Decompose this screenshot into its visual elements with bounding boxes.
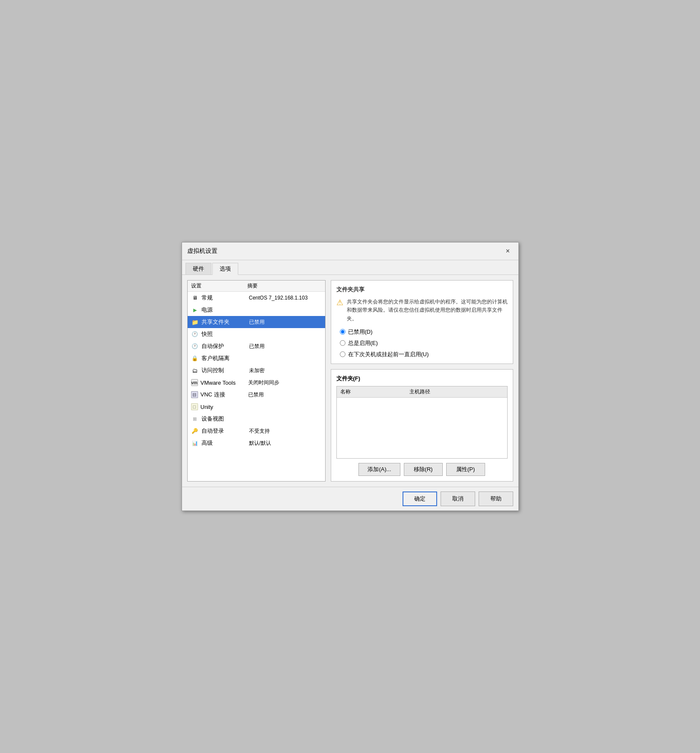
unity-icon: □ xyxy=(191,403,198,410)
folder-section: 文件夹(F) 名称 主机路径 添加(A)... 移除(R) 属性(P) xyxy=(331,369,513,482)
cancel-button[interactable]: 取消 xyxy=(441,491,475,506)
warning-text: 共享文件夹会将您的文件显示给虚拟机中的程序。这可能为您的计算机和数据带来风险。请… xyxy=(347,298,508,323)
item-name-general: 常规 xyxy=(201,294,249,302)
settings-list: 设置 摘要 🖥 常规 CentOS 7_192.168.1.103 ▶ 电源 📁… xyxy=(187,280,326,482)
list-item-unity[interactable]: □ Unity xyxy=(188,401,325,413)
tab-options[interactable]: 选项 xyxy=(212,263,238,275)
col-summary-header: 摘要 xyxy=(247,282,322,290)
list-item-general[interactable]: 🖥 常规 CentOS 7_192.168.1.103 xyxy=(188,292,325,304)
item-summary-vnc: 已禁用 xyxy=(248,391,322,399)
list-item-deviceview[interactable]: ⊞ 设备视图 xyxy=(188,413,325,425)
list-item-autoprotect[interactable]: 🕐 自动保护 已禁用 xyxy=(188,340,325,352)
list-item-snapshot[interactable]: 🕐 快照 xyxy=(188,328,325,340)
snapshot-icon: 🕐 xyxy=(191,330,199,338)
item-name-autoprotect: 自动保护 xyxy=(201,342,249,350)
advanced-icon: 📊 xyxy=(191,439,199,447)
item-summary-autologin: 不受支持 xyxy=(249,428,322,435)
item-summary-autoprotect: 已禁用 xyxy=(249,343,322,350)
item-name-advanced: 高级 xyxy=(201,439,249,447)
item-name-vnc: VNC 连接 xyxy=(201,391,248,399)
item-name-deviceview: 设备视图 xyxy=(201,415,249,423)
close-button[interactable]: × xyxy=(503,246,513,256)
right-panel: 文件夹共享 ⚠ 共享文件夹会将您的文件显示给虚拟机中的程序。这可能为您的计算机和… xyxy=(331,280,513,482)
list-item-shared-folders[interactable]: 📁 共享文件夹 已禁用 xyxy=(188,316,325,328)
item-name-autologin: 自动登录 xyxy=(201,427,249,435)
item-summary-general: CentOS 7_192.168.1.103 xyxy=(249,295,322,301)
list-item-autologin[interactable]: 🔑 自动登录 不受支持 xyxy=(188,425,325,437)
item-name-isolation: 客户机隔离 xyxy=(201,354,249,362)
ok-button[interactable]: 确定 xyxy=(403,491,437,506)
dialog-title: 虚拟机设置 xyxy=(187,247,217,255)
access-icon: 🗂 xyxy=(191,367,199,374)
sharing-title: 文件夹共享 xyxy=(336,286,508,294)
item-summary-vmtools: 关闭时间同步 xyxy=(248,379,322,386)
item-summary-shared-folders: 已禁用 xyxy=(249,319,322,326)
deviceview-icon: ⊞ xyxy=(191,415,199,423)
folder-title: 文件夹(F) xyxy=(336,375,508,383)
col-name-header: 名称 xyxy=(340,388,409,396)
monitor-icon: 🖥 xyxy=(191,294,199,302)
isolation-icon: 🔒 xyxy=(191,354,199,362)
radio-until-poweroff-input[interactable] xyxy=(340,351,345,357)
list-item-power[interactable]: ▶ 电源 xyxy=(188,304,325,316)
folder-actions: 添加(A)... 移除(R) 属性(P) xyxy=(336,463,508,476)
radio-disabled-input[interactable] xyxy=(340,329,345,335)
col-setting-header: 设置 xyxy=(191,282,247,290)
shared-folder-icon: 📁 xyxy=(191,318,199,326)
list-item-access[interactable]: 🗂 访问控制 未加密 xyxy=(188,364,325,376)
bottom-bar: 确定 取消 帮助 xyxy=(182,487,518,511)
vm-settings-dialog: 虚拟机设置 × 硬件 选项 设置 摘要 🖥 常规 CentOS 7_192.16… xyxy=(182,242,519,511)
radio-until-poweroff[interactable]: 在下次关机或挂起前一直启用(U) xyxy=(340,351,508,358)
vnc-icon: ⊟ xyxy=(191,391,198,398)
item-name-shared-folders: 共享文件夹 xyxy=(201,318,249,326)
list-item-advanced[interactable]: 📊 高级 默认/默认 xyxy=(188,437,325,449)
radio-until-poweroff-label: 在下次关机或挂起前一直启用(U) xyxy=(348,351,429,358)
properties-button[interactable]: 属性(P) xyxy=(446,463,485,476)
list-item-vmtools[interactable]: vm VMware Tools 关闭时间同步 xyxy=(188,376,325,389)
list-header: 设置 摘要 xyxy=(188,281,325,292)
list-item-isolation[interactable]: 🔒 客户机隔离 xyxy=(188,352,325,364)
title-bar: 虚拟机设置 × xyxy=(182,242,518,260)
tabs-bar: 硬件 选项 xyxy=(182,260,518,275)
item-name-access: 访问控制 xyxy=(201,367,249,374)
item-name-vmtools: VMware Tools xyxy=(201,380,248,386)
radio-disabled-label: 已禁用(D) xyxy=(348,328,373,336)
warning-row: ⚠ 共享文件夹会将您的文件显示给虚拟机中的程序。这可能为您的计算机和数据带来风险… xyxy=(336,298,508,323)
power-icon: ▶ xyxy=(191,306,199,314)
vmtools-icon: vm xyxy=(191,379,198,386)
radio-always-input[interactable] xyxy=(340,340,345,346)
item-name-snapshot: 快照 xyxy=(201,330,249,338)
add-button[interactable]: 添加(A)... xyxy=(358,463,400,476)
radio-disabled[interactable]: 已禁用(D) xyxy=(340,328,508,336)
folder-table-body xyxy=(337,398,507,458)
list-item-vnc[interactable]: ⊟ VNC 连接 已禁用 xyxy=(188,389,325,401)
autoprotect-icon: 🕐 xyxy=(191,342,199,350)
tab-hardware[interactable]: 硬件 xyxy=(185,263,211,274)
autologin-icon: 🔑 xyxy=(191,427,199,435)
content-area: 设置 摘要 🖥 常规 CentOS 7_192.168.1.103 ▶ 电源 📁… xyxy=(182,275,518,487)
remove-button[interactable]: 移除(R) xyxy=(404,463,443,476)
col-path-header: 主机路径 xyxy=(409,388,504,396)
item-name-unity: Unity xyxy=(201,404,248,410)
warning-icon: ⚠ xyxy=(336,298,343,323)
radio-always[interactable]: 总是启用(E) xyxy=(340,339,508,347)
folder-table-header: 名称 主机路径 xyxy=(337,386,507,398)
radio-always-label: 总是启用(E) xyxy=(348,339,378,347)
sharing-section: 文件夹共享 ⚠ 共享文件夹会将您的文件显示给虚拟机中的程序。这可能为您的计算机和… xyxy=(331,280,513,364)
help-button[interactable]: 帮助 xyxy=(479,491,513,506)
item-name-power: 电源 xyxy=(201,306,249,314)
folder-table: 名称 主机路径 xyxy=(336,386,508,459)
item-summary-access: 未加密 xyxy=(249,367,322,374)
item-summary-advanced: 默认/默认 xyxy=(249,440,322,447)
radio-group: 已禁用(D) 总是启用(E) 在下次关机或挂起前一直启用(U) xyxy=(336,328,508,358)
